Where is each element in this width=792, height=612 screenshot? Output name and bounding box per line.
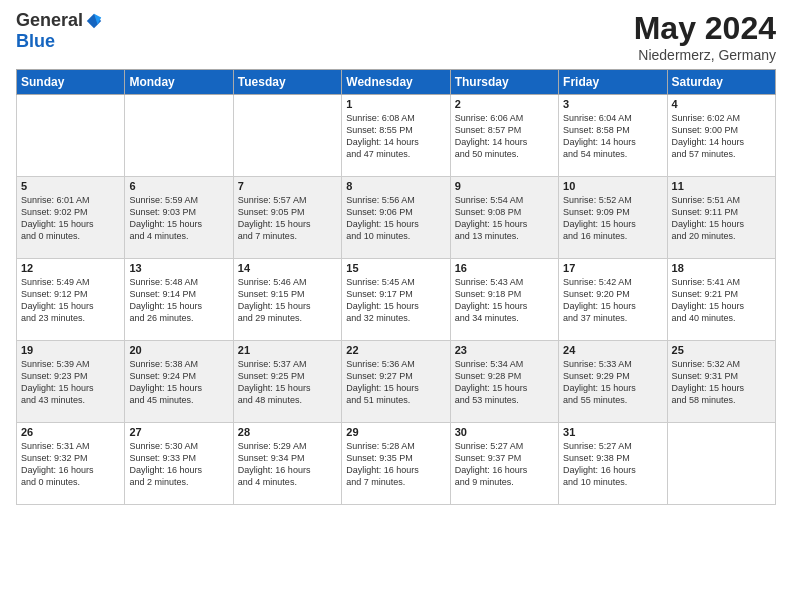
title-block: May 2024 Niedermerz, Germany [634, 10, 776, 63]
calendar-header: SundayMondayTuesdayWednesdayThursdayFrid… [17, 70, 776, 95]
calendar-cell: 9Sunrise: 5:54 AMSunset: 9:08 PMDaylight… [450, 177, 558, 259]
day-info: Sunrise: 5:56 AMSunset: 9:06 PMDaylight:… [346, 194, 445, 243]
day-info: Sunrise: 5:42 AMSunset: 9:20 PMDaylight:… [563, 276, 662, 325]
day-info: Sunrise: 5:37 AMSunset: 9:25 PMDaylight:… [238, 358, 337, 407]
calendar-cell: 26Sunrise: 5:31 AMSunset: 9:32 PMDayligh… [17, 423, 125, 505]
day-info: Sunrise: 5:27 AMSunset: 9:37 PMDaylight:… [455, 440, 554, 489]
day-info: Sunrise: 5:43 AMSunset: 9:18 PMDaylight:… [455, 276, 554, 325]
weekday-header-tuesday: Tuesday [233, 70, 341, 95]
calendar-cell: 5Sunrise: 6:01 AMSunset: 9:02 PMDaylight… [17, 177, 125, 259]
day-info: Sunrise: 5:34 AMSunset: 9:28 PMDaylight:… [455, 358, 554, 407]
calendar-cell: 1Sunrise: 6:08 AMSunset: 8:55 PMDaylight… [342, 95, 450, 177]
day-number: 16 [455, 262, 554, 274]
calendar-cell: 10Sunrise: 5:52 AMSunset: 9:09 PMDayligh… [559, 177, 667, 259]
day-info: Sunrise: 5:59 AMSunset: 9:03 PMDaylight:… [129, 194, 228, 243]
day-info: Sunrise: 5:31 AMSunset: 9:32 PMDaylight:… [21, 440, 120, 489]
weekday-header-row: SundayMondayTuesdayWednesdayThursdayFrid… [17, 70, 776, 95]
day-number: 2 [455, 98, 554, 110]
calendar-cell [233, 95, 341, 177]
calendar-cell: 6Sunrise: 5:59 AMSunset: 9:03 PMDaylight… [125, 177, 233, 259]
calendar-week-1: 1Sunrise: 6:08 AMSunset: 8:55 PMDaylight… [17, 95, 776, 177]
weekday-header-wednesday: Wednesday [342, 70, 450, 95]
calendar-cell: 18Sunrise: 5:41 AMSunset: 9:21 PMDayligh… [667, 259, 775, 341]
day-info: Sunrise: 5:28 AMSunset: 9:35 PMDaylight:… [346, 440, 445, 489]
day-number: 17 [563, 262, 662, 274]
calendar-cell [125, 95, 233, 177]
day-info: Sunrise: 5:30 AMSunset: 9:33 PMDaylight:… [129, 440, 228, 489]
day-number: 27 [129, 426, 228, 438]
day-number: 18 [672, 262, 771, 274]
calendar-cell: 22Sunrise: 5:36 AMSunset: 9:27 PMDayligh… [342, 341, 450, 423]
day-info: Sunrise: 5:48 AMSunset: 9:14 PMDaylight:… [129, 276, 228, 325]
calendar-cell: 31Sunrise: 5:27 AMSunset: 9:38 PMDayligh… [559, 423, 667, 505]
day-number: 24 [563, 344, 662, 356]
calendar-cell: 13Sunrise: 5:48 AMSunset: 9:14 PMDayligh… [125, 259, 233, 341]
calendar-body: 1Sunrise: 6:08 AMSunset: 8:55 PMDaylight… [17, 95, 776, 505]
day-number: 20 [129, 344, 228, 356]
day-number: 23 [455, 344, 554, 356]
day-info: Sunrise: 6:06 AMSunset: 8:57 PMDaylight:… [455, 112, 554, 161]
day-info: Sunrise: 5:52 AMSunset: 9:09 PMDaylight:… [563, 194, 662, 243]
day-number: 25 [672, 344, 771, 356]
day-info: Sunrise: 5:51 AMSunset: 9:11 PMDaylight:… [672, 194, 771, 243]
weekday-header-friday: Friday [559, 70, 667, 95]
header: General Blue May 2024 Niedermerz, German… [16, 10, 776, 63]
weekday-header-thursday: Thursday [450, 70, 558, 95]
calendar-cell: 17Sunrise: 5:42 AMSunset: 9:20 PMDayligh… [559, 259, 667, 341]
calendar-cell: 2Sunrise: 6:06 AMSunset: 8:57 PMDaylight… [450, 95, 558, 177]
location: Niedermerz, Germany [634, 47, 776, 63]
day-number: 15 [346, 262, 445, 274]
calendar-cell: 8Sunrise: 5:56 AMSunset: 9:06 PMDaylight… [342, 177, 450, 259]
month-title: May 2024 [634, 10, 776, 47]
calendar-cell: 14Sunrise: 5:46 AMSunset: 9:15 PMDayligh… [233, 259, 341, 341]
day-info: Sunrise: 5:38 AMSunset: 9:24 PMDaylight:… [129, 358, 228, 407]
logo-icon [85, 12, 103, 30]
day-info: Sunrise: 5:49 AMSunset: 9:12 PMDaylight:… [21, 276, 120, 325]
day-number: 3 [563, 98, 662, 110]
day-info: Sunrise: 5:36 AMSunset: 9:27 PMDaylight:… [346, 358, 445, 407]
calendar-cell: 12Sunrise: 5:49 AMSunset: 9:12 PMDayligh… [17, 259, 125, 341]
weekday-header-saturday: Saturday [667, 70, 775, 95]
day-number: 29 [346, 426, 445, 438]
logo-blue-text: Blue [16, 31, 55, 52]
day-number: 14 [238, 262, 337, 274]
calendar-cell: 27Sunrise: 5:30 AMSunset: 9:33 PMDayligh… [125, 423, 233, 505]
calendar-cell: 7Sunrise: 5:57 AMSunset: 9:05 PMDaylight… [233, 177, 341, 259]
day-number: 7 [238, 180, 337, 192]
calendar-week-3: 12Sunrise: 5:49 AMSunset: 9:12 PMDayligh… [17, 259, 776, 341]
day-info: Sunrise: 5:46 AMSunset: 9:15 PMDaylight:… [238, 276, 337, 325]
calendar-cell: 29Sunrise: 5:28 AMSunset: 9:35 PMDayligh… [342, 423, 450, 505]
day-info: Sunrise: 5:54 AMSunset: 9:08 PMDaylight:… [455, 194, 554, 243]
weekday-header-monday: Monday [125, 70, 233, 95]
calendar-cell: 30Sunrise: 5:27 AMSunset: 9:37 PMDayligh… [450, 423, 558, 505]
calendar-week-5: 26Sunrise: 5:31 AMSunset: 9:32 PMDayligh… [17, 423, 776, 505]
calendar-cell: 16Sunrise: 5:43 AMSunset: 9:18 PMDayligh… [450, 259, 558, 341]
calendar-cell: 20Sunrise: 5:38 AMSunset: 9:24 PMDayligh… [125, 341, 233, 423]
day-number: 11 [672, 180, 771, 192]
day-number: 10 [563, 180, 662, 192]
page: General Blue May 2024 Niedermerz, German… [0, 0, 792, 612]
logo-general-text: General [16, 10, 83, 31]
day-info: Sunrise: 5:57 AMSunset: 9:05 PMDaylight:… [238, 194, 337, 243]
calendar-week-2: 5Sunrise: 6:01 AMSunset: 9:02 PMDaylight… [17, 177, 776, 259]
day-number: 1 [346, 98, 445, 110]
calendar-cell: 28Sunrise: 5:29 AMSunset: 9:34 PMDayligh… [233, 423, 341, 505]
day-number: 19 [21, 344, 120, 356]
day-info: Sunrise: 5:39 AMSunset: 9:23 PMDaylight:… [21, 358, 120, 407]
calendar-cell: 19Sunrise: 5:39 AMSunset: 9:23 PMDayligh… [17, 341, 125, 423]
day-info: Sunrise: 5:32 AMSunset: 9:31 PMDaylight:… [672, 358, 771, 407]
day-number: 4 [672, 98, 771, 110]
day-number: 28 [238, 426, 337, 438]
calendar-cell: 4Sunrise: 6:02 AMSunset: 9:00 PMDaylight… [667, 95, 775, 177]
logo: General Blue [16, 10, 103, 52]
calendar-cell: 21Sunrise: 5:37 AMSunset: 9:25 PMDayligh… [233, 341, 341, 423]
calendar-table: SundayMondayTuesdayWednesdayThursdayFrid… [16, 69, 776, 505]
day-info: Sunrise: 6:01 AMSunset: 9:02 PMDaylight:… [21, 194, 120, 243]
day-info: Sunrise: 6:08 AMSunset: 8:55 PMDaylight:… [346, 112, 445, 161]
calendar-week-4: 19Sunrise: 5:39 AMSunset: 9:23 PMDayligh… [17, 341, 776, 423]
day-number: 13 [129, 262, 228, 274]
calendar-cell: 25Sunrise: 5:32 AMSunset: 9:31 PMDayligh… [667, 341, 775, 423]
day-info: Sunrise: 6:04 AMSunset: 8:58 PMDaylight:… [563, 112, 662, 161]
weekday-header-sunday: Sunday [17, 70, 125, 95]
day-number: 6 [129, 180, 228, 192]
